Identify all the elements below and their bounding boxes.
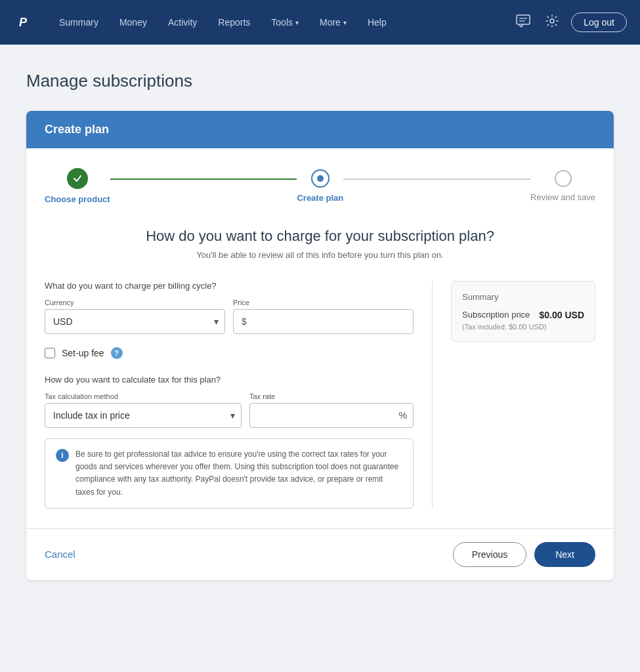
- currency-field-group: Currency USD EUR GBP ▾: [45, 299, 225, 334]
- step-line-2: [343, 178, 530, 180]
- footer-right-buttons: Previous Next: [453, 542, 595, 567]
- form-subtitle: You'll be able to review all of this inf…: [45, 250, 595, 260]
- tax-info-box: i Be sure to get professional tax advice…: [45, 438, 414, 509]
- step-choose-product: Choose product: [45, 168, 110, 204]
- percent-icon: %: [399, 410, 407, 421]
- form-layout: What do you want to charge per billing c…: [45, 281, 595, 509]
- currency-select[interactable]: USD EUR GBP: [45, 309, 225, 334]
- form-right: Summary Subscription price $0.00 USD (Ta…: [451, 281, 595, 509]
- tax-method-select[interactable]: Include tax in price Exclude tax from pr…: [45, 403, 242, 428]
- billing-question: What do you want to charge per billing c…: [45, 281, 414, 291]
- form-main-question: How do you want to charge for your subsc…: [45, 228, 595, 245]
- currency-price-row: Currency USD EUR GBP ▾ Pri: [45, 299, 414, 334]
- card-body: Choose product Create plan Review and sa…: [26, 148, 614, 528]
- step-2-label: Create plan: [297, 193, 343, 203]
- page-content: Manage subscriptions Create plan Choose …: [0, 45, 640, 600]
- price-label: Price: [233, 299, 414, 306]
- price-input-wrapper: $: [233, 309, 414, 334]
- message-icon-button[interactable]: [513, 12, 533, 33]
- setup-fee-label: Set-up fee: [62, 348, 104, 358]
- summary-price-label: Subscription price: [462, 310, 530, 320]
- nav-money[interactable]: Money: [110, 12, 156, 33]
- price-input[interactable]: [249, 310, 405, 333]
- tax-row: Tax calculation method Include tax in pr…: [45, 392, 414, 428]
- summary-tax-included: (Tax included: $0.00 USD): [462, 323, 584, 331]
- form-left: What do you want to charge per billing c…: [45, 281, 414, 509]
- summary-box-title: Summary: [462, 292, 584, 302]
- tax-question: How do you want to calculate tax for thi…: [45, 375, 414, 385]
- card-header: Create plan: [26, 111, 614, 148]
- info-text: Be sure to get professional tax advice t…: [75, 448, 402, 499]
- previous-button[interactable]: Previous: [453, 542, 526, 567]
- currency-select-wrapper: USD EUR GBP ▾: [45, 309, 225, 334]
- step-3-circle: [555, 170, 572, 187]
- svg-point-5: [550, 19, 554, 23]
- summary-price-row: Subscription price $0.00 USD: [462, 310, 584, 320]
- step-3-label: Review and save: [530, 192, 595, 202]
- info-icon: i: [56, 449, 69, 462]
- nav-reports[interactable]: Reports: [209, 12, 259, 33]
- summary-box: Summary Subscription price $0.00 USD (Ta…: [451, 281, 595, 342]
- nav-more[interactable]: More ▾: [310, 12, 356, 33]
- price-symbol: $: [242, 316, 247, 327]
- currency-label: Currency: [45, 299, 225, 306]
- more-chevron-icon: ▾: [343, 19, 347, 26]
- stepper: Choose product Create plan Review and sa…: [45, 168, 595, 204]
- step-line-1: [110, 178, 297, 180]
- step-2-circle: [311, 169, 330, 188]
- nav-links: Summary Money Activity Reports Tools ▾ M…: [50, 12, 513, 33]
- tax-rate-input[interactable]: [249, 403, 414, 428]
- nav-activity[interactable]: Activity: [159, 12, 206, 33]
- step-1-circle: [67, 168, 88, 189]
- card-header-title: Create plan: [45, 123, 109, 136]
- nav-right: Log out: [513, 11, 627, 34]
- card-footer: Cancel Previous Next: [26, 528, 614, 580]
- step-create-plan: Create plan: [297, 169, 343, 203]
- setup-fee-row: Set-up fee ?: [45, 347, 414, 359]
- nav-tools[interactable]: Tools ▾: [262, 12, 308, 33]
- logout-button[interactable]: Log out: [571, 12, 627, 32]
- next-button[interactable]: Next: [534, 542, 595, 567]
- tools-chevron-icon: ▾: [295, 19, 299, 26]
- nav-summary[interactable]: Summary: [50, 12, 108, 33]
- tax-method-select-wrapper: Include tax in price Exclude tax from pr…: [45, 403, 242, 428]
- setup-fee-checkbox[interactable]: [45, 348, 55, 358]
- cancel-button[interactable]: Cancel: [45, 549, 75, 560]
- setup-fee-help-icon[interactable]: ?: [111, 347, 123, 359]
- tax-method-label: Tax calculation method: [45, 392, 242, 400]
- create-plan-card: Create plan Choose product: [26, 111, 614, 580]
- settings-icon-button[interactable]: [542, 11, 562, 34]
- tax-rate-wrapper: Tax rate %: [249, 392, 414, 428]
- step-1-label: Choose product: [45, 194, 110, 204]
- svg-rect-2: [517, 15, 530, 24]
- page-title: Manage subscriptions: [26, 71, 614, 91]
- tax-method-wrapper: Tax calculation method Include tax in pr…: [45, 392, 242, 428]
- tax-rate-label: Tax rate: [249, 392, 414, 400]
- price-field-group: Price $: [233, 299, 414, 334]
- svg-text:P: P: [19, 16, 28, 29]
- paypal-logo: P: [13, 10, 37, 34]
- summary-price-value: $0.00 USD: [540, 310, 584, 320]
- vertical-divider: [432, 281, 433, 509]
- step-review-save: Review and save: [530, 170, 595, 202]
- nav-help[interactable]: Help: [358, 12, 396, 33]
